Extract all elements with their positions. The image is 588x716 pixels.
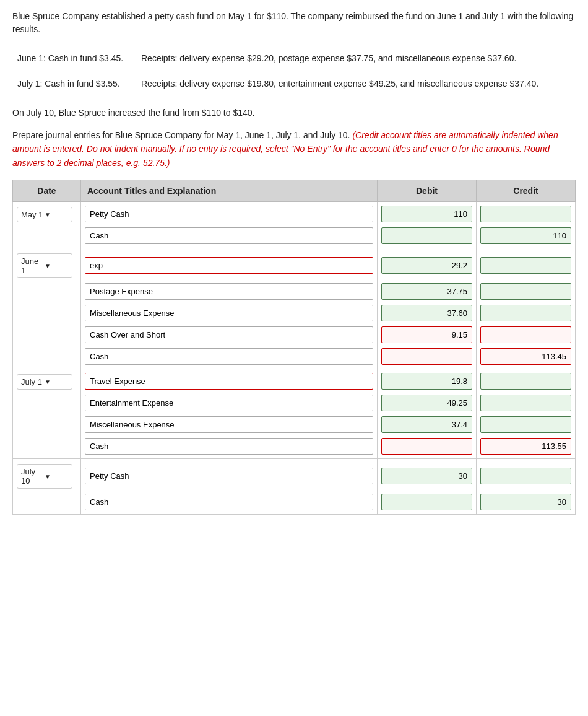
entry-row: [13, 225, 576, 248]
scenario-june-date: June 1: Cash in fund $3.45.: [12, 46, 136, 71]
account-input[interactable]: [85, 305, 373, 321]
date-dropdown[interactable]: May 1▼: [17, 207, 72, 222]
debit-input[interactable]: [381, 348, 472, 365]
credit-cell: [477, 369, 576, 393]
credit-cell: [477, 346, 576, 369]
scenario-row-june: June 1: Cash in fund $3.45. Receipts: de…: [12, 46, 576, 71]
scenario-july-date: July 1: Cash in fund $3.55.: [12, 71, 136, 97]
debit-input[interactable]: [381, 227, 472, 244]
debit-input[interactable]: [381, 326, 472, 343]
account-input[interactable]: [85, 395, 373, 411]
account-input[interactable]: [85, 416, 373, 433]
account-input[interactable]: [85, 348, 373, 365]
debit-cell: [378, 302, 477, 324]
credit-input[interactable]: [480, 283, 571, 300]
debit-cell: [378, 324, 477, 346]
account-cell: [81, 225, 378, 248]
account-input[interactable]: [85, 373, 373, 390]
header-credit: Credit: [477, 180, 576, 202]
debit-input[interactable]: [381, 283, 472, 300]
date-cell: [13, 324, 81, 346]
credit-input[interactable]: [480, 438, 571, 455]
date-cell: [13, 491, 81, 515]
account-cell: [81, 202, 378, 225]
entry-row: July 10▼: [13, 459, 576, 492]
account-input[interactable]: [85, 283, 373, 300]
credit-input[interactable]: [480, 206, 571, 222]
account-input[interactable]: [85, 326, 373, 343]
debit-input[interactable]: [381, 494, 472, 510]
date-cell: [13, 414, 81, 435]
debit-input[interactable]: [381, 416, 472, 433]
scenario-june-receipts: Receipts: delivery expense $29.20, posta…: [136, 46, 576, 71]
debit-cell: [378, 392, 477, 414]
credit-input[interactable]: [480, 373, 571, 390]
account-input[interactable]: [85, 468, 373, 484]
debit-input[interactable]: [381, 438, 472, 455]
scenario-row-july: July 1: Cash in fund $3.55. Receipts: de…: [12, 71, 576, 97]
account-input[interactable]: [85, 494, 373, 510]
date-cell: [13, 302, 81, 324]
debit-input[interactable]: [381, 305, 472, 321]
entry-row: [13, 392, 576, 414]
credit-input[interactable]: [480, 494, 571, 510]
credit-cell: [477, 225, 576, 248]
entry-row: [13, 302, 576, 324]
credit-input[interactable]: [480, 326, 571, 343]
header-debit: Debit: [378, 180, 477, 202]
account-input[interactable]: [85, 206, 373, 222]
journal-table: Date Account Titles and Explanation Debi…: [12, 180, 576, 515]
credit-input[interactable]: [480, 416, 571, 433]
account-cell: [81, 369, 378, 393]
entry-row: June 1▼: [13, 248, 576, 281]
scenario-table: June 1: Cash in fund $3.45. Receipts: de…: [12, 46, 576, 97]
credit-input[interactable]: [480, 227, 571, 244]
date-dropdown[interactable]: July 10▼: [17, 464, 72, 489]
credit-cell: [477, 414, 576, 435]
debit-input[interactable]: [381, 206, 472, 222]
credit-cell: [477, 248, 576, 281]
instructions-main: Prepare journal entries for Blue Spruce …: [12, 130, 350, 140]
account-cell: [81, 435, 378, 459]
date-dropdown[interactable]: July 1▼: [17, 374, 72, 390]
credit-input[interactable]: [480, 305, 571, 321]
date-cell: [13, 281, 81, 302]
entry-row: [13, 435, 576, 459]
debit-input[interactable]: [381, 257, 472, 274]
debit-cell: [378, 248, 477, 281]
date-cell: [13, 346, 81, 369]
entry-row: [13, 414, 576, 435]
credit-cell: [477, 324, 576, 346]
credit-input[interactable]: [480, 395, 571, 411]
debit-cell: [378, 281, 477, 302]
header-account: Account Titles and Explanation: [81, 180, 378, 202]
entry-row: [13, 281, 576, 302]
intro-text: Blue Spruce Company established a petty …: [12, 11, 573, 34]
credit-cell: [477, 202, 576, 225]
credit-cell: [477, 459, 576, 492]
account-cell: [81, 459, 378, 492]
debit-cell: [378, 369, 477, 393]
credit-input[interactable]: [480, 348, 571, 365]
date-dropdown[interactable]: June 1▼: [17, 253, 72, 278]
intro-paragraph: Blue Spruce Company established a petty …: [12, 10, 576, 36]
header-date: Date: [13, 180, 81, 202]
credit-input[interactable]: [480, 468, 571, 484]
credit-input[interactable]: [480, 257, 571, 274]
account-input[interactable]: [85, 257, 373, 274]
debit-input[interactable]: [381, 468, 472, 484]
account-input[interactable]: [85, 227, 373, 244]
account-cell: [81, 324, 378, 346]
account-input[interactable]: [85, 438, 373, 455]
credit-cell: [477, 281, 576, 302]
debit-input[interactable]: [381, 373, 472, 390]
credit-cell: [477, 491, 576, 515]
instructions-block: Prepare journal entries for Blue Spruce …: [12, 128, 576, 170]
debit-input[interactable]: [381, 395, 472, 411]
account-cell: [81, 491, 378, 515]
account-cell: [81, 346, 378, 369]
debit-cell: [378, 435, 477, 459]
scenario-july-receipts: Receipts: delivery expense $19.80, enter…: [136, 71, 576, 97]
date-cell: [13, 392, 81, 414]
entry-row: May 1▼: [13, 202, 576, 225]
